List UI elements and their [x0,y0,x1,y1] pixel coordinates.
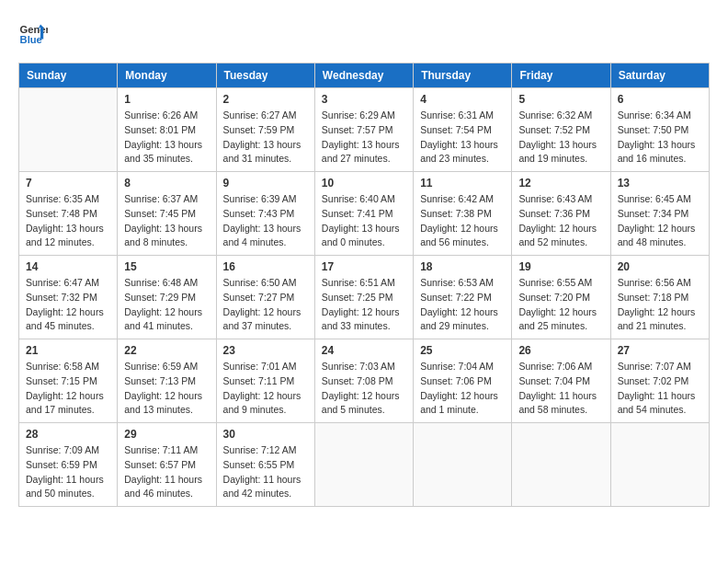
calendar-cell [610,423,709,507]
calendar-cell: 13Sunrise: 6:45 AM Sunset: 7:34 PM Dayli… [610,172,709,256]
day-number: 8 [124,177,209,190]
calendar-cell: 5Sunrise: 6:32 AM Sunset: 7:52 PM Daylig… [512,88,610,172]
calendar-cell: 24Sunrise: 7:03 AM Sunset: 7:08 PM Dayli… [314,339,413,423]
calendar-table: SundayMondayTuesdayWednesdayThursdayFrid… [18,63,710,507]
day-number: 21 [26,344,110,357]
calendar-cell: 30Sunrise: 7:12 AM Sunset: 6:55 PM Dayli… [216,423,314,507]
svg-text:Blue: Blue [20,34,42,45]
calendar-cell: 2Sunrise: 6:27 AM Sunset: 7:59 PM Daylig… [216,88,314,172]
day-info: Sunrise: 6:40 AM Sunset: 7:41 PM Dayligh… [322,192,406,250]
day-number: 22 [124,344,209,357]
calendar-cell: 27Sunrise: 7:07 AM Sunset: 7:02 PM Dayli… [610,339,709,423]
header-tuesday: Tuesday [216,63,314,88]
header-friday: Friday [512,63,610,88]
calendar-cell: 23Sunrise: 7:01 AM Sunset: 7:11 PM Dayli… [216,339,314,423]
day-info: Sunrise: 7:04 AM Sunset: 7:06 PM Dayligh… [420,360,505,418]
day-number: 28 [26,428,110,441]
day-info: Sunrise: 6:42 AM Sunset: 7:38 PM Dayligh… [420,192,505,250]
day-info: Sunrise: 6:32 AM Sunset: 7:52 PM Dayligh… [518,109,603,167]
calendar-cell [414,423,512,507]
day-info: Sunrise: 6:27 AM Sunset: 7:59 PM Dayligh… [223,109,308,167]
calendar-cell: 14Sunrise: 6:47 AM Sunset: 7:32 PM Dayli… [19,256,118,339]
calendar-cell [19,88,118,172]
calendar-week-1: 1Sunrise: 6:26 AM Sunset: 8:01 PM Daylig… [19,88,710,172]
calendar-cell: 22Sunrise: 6:59 AM Sunset: 7:13 PM Dayli… [118,339,216,423]
calendar-cell: 28Sunrise: 7:09 AM Sunset: 6:59 PM Dayli… [19,423,118,507]
day-info: Sunrise: 7:03 AM Sunset: 7:08 PM Dayligh… [322,360,406,418]
day-number: 23 [223,344,308,357]
day-number: 11 [420,177,505,190]
day-number: 18 [420,260,505,273]
svg-text:General: General [20,24,48,35]
header-thursday: Thursday [414,63,512,88]
day-number: 15 [124,260,209,273]
day-number: 19 [518,260,603,273]
day-number: 5 [518,93,603,106]
day-info: Sunrise: 7:09 AM Sunset: 6:59 PM Dayligh… [26,443,110,501]
calendar-cell: 17Sunrise: 6:51 AM Sunset: 7:25 PM Dayli… [314,256,413,339]
day-info: Sunrise: 6:35 AM Sunset: 7:48 PM Dayligh… [26,192,110,250]
day-number: 20 [618,260,702,273]
header-sunday: Sunday [19,63,118,88]
day-info: Sunrise: 7:11 AM Sunset: 6:57 PM Dayligh… [124,443,209,501]
calendar-cell: 26Sunrise: 7:06 AM Sunset: 7:04 PM Dayli… [512,339,610,423]
day-info: Sunrise: 6:55 AM Sunset: 7:20 PM Dayligh… [518,276,603,334]
day-info: Sunrise: 6:59 AM Sunset: 7:13 PM Dayligh… [124,360,209,418]
calendar-cell: 19Sunrise: 6:55 AM Sunset: 7:20 PM Dayli… [512,256,610,339]
day-info: Sunrise: 6:53 AM Sunset: 7:22 PM Dayligh… [420,276,505,334]
calendar-cell: 3Sunrise: 6:29 AM Sunset: 7:57 PM Daylig… [314,88,413,172]
calendar-cell [512,423,610,507]
calendar-header-row: SundayMondayTuesdayWednesdayThursdayFrid… [19,63,710,88]
day-info: Sunrise: 7:06 AM Sunset: 7:04 PM Dayligh… [518,360,603,418]
day-number: 10 [322,177,406,190]
calendar-cell: 15Sunrise: 6:48 AM Sunset: 7:29 PM Dayli… [118,256,216,339]
calendar-cell [314,423,413,507]
header-wednesday: Wednesday [314,63,413,88]
day-info: Sunrise: 6:48 AM Sunset: 7:29 PM Dayligh… [124,276,209,334]
calendar-cell: 20Sunrise: 6:56 AM Sunset: 7:18 PM Dayli… [610,256,709,339]
header-monday: Monday [118,63,216,88]
day-info: Sunrise: 6:47 AM Sunset: 7:32 PM Dayligh… [26,276,110,334]
day-info: Sunrise: 6:26 AM Sunset: 8:01 PM Dayligh… [124,109,209,167]
calendar-cell: 29Sunrise: 7:11 AM Sunset: 6:57 PM Dayli… [118,423,216,507]
day-number: 26 [518,344,603,357]
calendar-week-2: 7Sunrise: 6:35 AM Sunset: 7:48 PM Daylig… [19,172,710,256]
logo: General Blue [18,18,51,48]
calendar-week-4: 21Sunrise: 6:58 AM Sunset: 7:15 PM Dayli… [19,339,710,423]
calendar-cell: 9Sunrise: 6:39 AM Sunset: 7:43 PM Daylig… [216,172,314,256]
calendar-cell: 4Sunrise: 6:31 AM Sunset: 7:54 PM Daylig… [414,88,512,172]
header-saturday: Saturday [610,63,709,88]
calendar-cell: 12Sunrise: 6:43 AM Sunset: 7:36 PM Dayli… [512,172,610,256]
day-number: 2 [223,93,308,106]
day-number: 24 [322,344,406,357]
calendar-cell: 11Sunrise: 6:42 AM Sunset: 7:38 PM Dayli… [414,172,512,256]
day-info: Sunrise: 6:31 AM Sunset: 7:54 PM Dayligh… [420,109,505,167]
day-number: 3 [322,93,406,106]
logo-icon: General Blue [18,18,48,48]
calendar-week-5: 28Sunrise: 7:09 AM Sunset: 6:59 PM Dayli… [19,423,710,507]
calendar-cell: 10Sunrise: 6:40 AM Sunset: 7:41 PM Dayli… [314,172,413,256]
calendar-cell: 8Sunrise: 6:37 AM Sunset: 7:45 PM Daylig… [118,172,216,256]
day-info: Sunrise: 6:56 AM Sunset: 7:18 PM Dayligh… [618,276,702,334]
day-number: 13 [618,177,702,190]
day-number: 29 [124,428,209,441]
day-info: Sunrise: 7:01 AM Sunset: 7:11 PM Dayligh… [223,360,308,418]
day-info: Sunrise: 7:12 AM Sunset: 6:55 PM Dayligh… [223,443,308,501]
day-info: Sunrise: 6:39 AM Sunset: 7:43 PM Dayligh… [223,192,308,250]
day-number: 27 [618,344,702,357]
day-number: 25 [420,344,505,357]
day-number: 1 [124,93,209,106]
day-number: 17 [322,260,406,273]
calendar-cell: 25Sunrise: 7:04 AM Sunset: 7:06 PM Dayli… [414,339,512,423]
day-number: 9 [223,177,308,190]
calendar-cell: 18Sunrise: 6:53 AM Sunset: 7:22 PM Dayli… [414,256,512,339]
page-header: General Blue [18,18,710,48]
calendar-week-3: 14Sunrise: 6:47 AM Sunset: 7:32 PM Dayli… [19,256,710,339]
day-number: 14 [26,260,110,273]
calendar-cell: 16Sunrise: 6:50 AM Sunset: 7:27 PM Dayli… [216,256,314,339]
day-info: Sunrise: 6:34 AM Sunset: 7:50 PM Dayligh… [618,109,702,167]
day-number: 16 [223,260,308,273]
day-number: 7 [26,177,110,190]
calendar-cell: 1Sunrise: 6:26 AM Sunset: 8:01 PM Daylig… [118,88,216,172]
day-info: Sunrise: 7:07 AM Sunset: 7:02 PM Dayligh… [618,360,702,418]
